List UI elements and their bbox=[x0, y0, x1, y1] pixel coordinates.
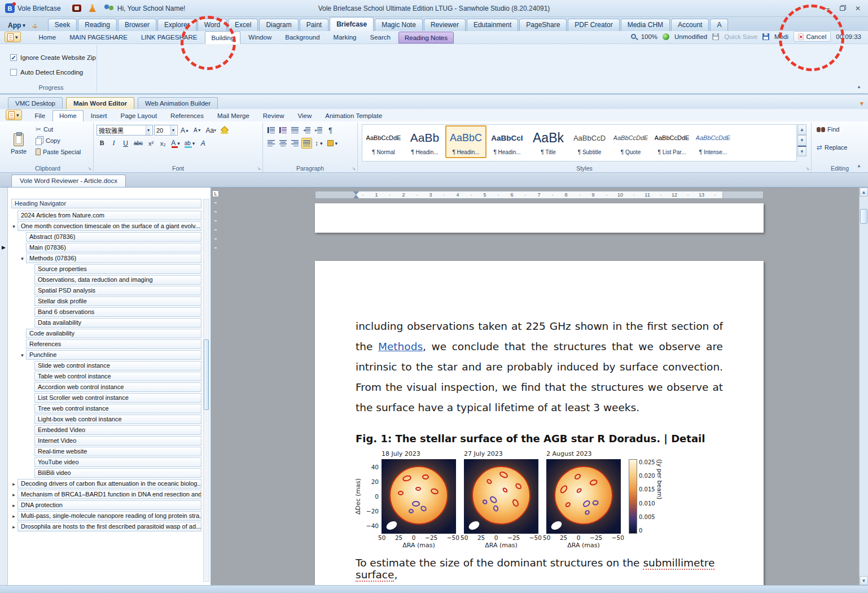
style-card-listpar[interactable]: AaBbCcDdE¶ List Par... bbox=[651, 125, 692, 158]
text-effects-button[interactable]: A bbox=[198, 138, 208, 149]
tree-item-label[interactable]: Spatial PSD analysis bbox=[34, 286, 201, 295]
gallery-down-arrow[interactable]: ▼ bbox=[797, 135, 806, 146]
change-case-button[interactable]: Aa▾ bbox=[204, 125, 218, 136]
flask-icon[interactable] bbox=[89, 5, 96, 12]
subscript-button[interactable]: x₂ bbox=[157, 138, 168, 149]
word-ribbon-tab-home[interactable]: Home bbox=[52, 110, 84, 122]
word-ribbon-tab-file[interactable]: File bbox=[29, 111, 52, 121]
tree-item-label[interactable]: Internet Video bbox=[34, 436, 201, 446]
briefcase-tab-marking[interactable]: Marking bbox=[328, 32, 362, 43]
tree-collapse-arrow[interactable]: ▾ bbox=[19, 352, 26, 358]
app-tab-reading[interactable]: Reading bbox=[78, 19, 117, 31]
app-tab-account[interactable]: Account bbox=[671, 19, 709, 31]
tree-item-label[interactable]: DNA protection bbox=[17, 500, 201, 510]
scroll-down-button[interactable]: ▼ bbox=[860, 576, 868, 585]
dialog-launcher-icon[interactable]: ↘ bbox=[805, 166, 809, 171]
tree-expand-arrow[interactable]: ▸ bbox=[10, 524, 17, 530]
tree-expand-arrow[interactable]: ▸ bbox=[10, 492, 17, 498]
document-page[interactable]: including observations taken at 225 GHz … bbox=[315, 261, 764, 585]
app-tab-media-chm[interactable]: Media CHM bbox=[621, 19, 670, 31]
tree-item-label[interactable]: One month convection timescale on the su… bbox=[17, 221, 201, 231]
cancel-button[interactable]: ×Cancel bbox=[794, 31, 831, 42]
tree-item-label[interactable]: Abstract (07836) bbox=[26, 232, 201, 242]
increase-indent-button[interactable]: ▸ bbox=[313, 125, 324, 136]
scrollbar-thumb[interactable] bbox=[204, 339, 209, 410]
auto-detect-encoding-checkbox[interactable]: Auto Detect Encoding bbox=[10, 69, 97, 76]
gallery-more-button[interactable]: ▼ bbox=[797, 146, 806, 156]
find-button[interactable]: Find bbox=[814, 124, 865, 135]
navigator-scrollbar[interactable] bbox=[203, 199, 209, 582]
bold-button[interactable]: B bbox=[97, 138, 107, 149]
scroll-up-button[interactable]: ▲ bbox=[860, 188, 868, 197]
tree-item-label[interactable]: References bbox=[26, 339, 201, 349]
align-center-button[interactable] bbox=[278, 138, 288, 149]
dialog-launcher-icon[interactable]: ↘ bbox=[257, 166, 261, 171]
word-ribbon-tab-insert[interactable]: Insert bbox=[85, 111, 113, 121]
strikethrough-button[interactable]: abc bbox=[132, 138, 144, 149]
italic-button[interactable]: I bbox=[108, 138, 119, 149]
bullet-list-button[interactable] bbox=[266, 125, 277, 136]
editor-tab-main-word-editor[interactable]: Main Word Editor bbox=[66, 97, 134, 109]
modified-save-button[interactable]: Modi bbox=[774, 33, 788, 40]
app-menu-button[interactable]: App▾ bbox=[8, 21, 25, 29]
gallery-up-arrow[interactable]: ▲ bbox=[797, 124, 806, 135]
style-card-intense[interactable]: AaBbCcDdE¶ Intense... bbox=[692, 125, 734, 158]
horizontal-ruler[interactable]: ·1·2·3·4·5·6·7·8·9·10·11·12·13·14· bbox=[315, 191, 764, 199]
tree-item-label[interactable]: Code availability bbox=[26, 329, 201, 338]
vertical-scrollbar[interactable]: ▲ ▼ bbox=[859, 188, 868, 585]
app-tab-paint[interactable]: Paint bbox=[300, 19, 328, 31]
editor-tabs-dropdown[interactable]: ▼ bbox=[859, 101, 865, 107]
tree-item-label[interactable]: Observations, data reduction and imaging bbox=[34, 275, 201, 285]
tree-item-label[interactable]: Methods (07836) bbox=[26, 254, 201, 263]
tab-stop-selector[interactable]: L bbox=[212, 190, 219, 197]
app-tab-pdf-creator[interactable]: PDF Creator bbox=[568, 19, 619, 31]
briefcase-tab-building[interactable]: Building bbox=[205, 31, 240, 44]
ignore-create-website-zip-checkbox[interactable]: ✓ Ignore Create Website Zip bbox=[10, 54, 97, 61]
style-card-normal[interactable]: AaBbCcDdE¶ Normal bbox=[363, 125, 404, 158]
tree-expand-arrow[interactable]: ▸ bbox=[10, 503, 17, 508]
app-tab-word[interactable]: Word bbox=[198, 19, 227, 31]
superscript-button[interactable]: x² bbox=[146, 138, 156, 149]
briefcase-tab-search[interactable]: Search bbox=[365, 32, 396, 43]
numbered-list-button[interactable] bbox=[278, 125, 288, 136]
briefcase-tab-background[interactable]: Background bbox=[279, 32, 325, 43]
tree-item-label[interactable]: Decoding drivers of carbon flux attenuat… bbox=[17, 479, 201, 489]
style-card-h2[interactable]: AaBbC¶ Headin... bbox=[445, 125, 486, 158]
style-card-subtitle[interactable]: AaBbCcD¶ Subtitle bbox=[569, 125, 610, 158]
app-tab-explorer[interactable]: Explorer bbox=[157, 19, 196, 31]
tv-icon[interactable] bbox=[72, 5, 81, 12]
tree-item-label[interactable]: List Scroller web control instance bbox=[34, 393, 201, 403]
tree-item-label[interactable]: Real-time website bbox=[34, 447, 201, 456]
font-family-combo[interactable]: 微软雅黑▾ bbox=[97, 125, 153, 136]
copy-button[interactable]: Copy bbox=[33, 135, 83, 146]
grow-font-button[interactable]: A▲ bbox=[179, 125, 191, 136]
tree-item-label[interactable]: Source properties bbox=[34, 264, 201, 274]
app-tab-browser[interactable]: Browser bbox=[118, 19, 156, 31]
app-tab-reviewer[interactable]: Reviewer bbox=[424, 19, 466, 31]
briefcase-tab-home[interactable]: Home bbox=[33, 32, 62, 43]
style-card-title[interactable]: AaBk¶ Title bbox=[528, 125, 569, 158]
navigator-splitter[interactable]: ▶ bbox=[0, 188, 8, 585]
font-size-combo[interactable]: 20▾ bbox=[154, 125, 178, 136]
app-tab-excel[interactable]: Excel bbox=[228, 19, 258, 31]
editor-tab-web-animation-builder[interactable]: Web Animation Builder bbox=[138, 97, 218, 109]
app-tab-diagram[interactable]: Diagram bbox=[259, 19, 298, 31]
editor-tab-vmc-desktop[interactable]: VMC Desktop bbox=[8, 97, 63, 109]
word-ribbon-tab-view[interactable]: View bbox=[292, 111, 318, 121]
tree-item-label[interactable]: Drosophila are hosts to the first descri… bbox=[17, 522, 201, 531]
app-tab-briefcase[interactable]: Briefcase bbox=[330, 17, 374, 31]
restore-button[interactable] bbox=[834, 3, 850, 14]
tree-expand-arrow[interactable]: ▸ bbox=[10, 481, 17, 487]
word-ribbon-tab-mail-merge[interactable]: Mail Merge bbox=[211, 111, 256, 121]
scrollbar-thumb[interactable] bbox=[860, 209, 867, 224]
quick-save-button[interactable]: Quick Save bbox=[724, 33, 757, 40]
word-file-menu-button[interactable]: ▾ bbox=[6, 110, 22, 120]
tree-item-label[interactable]: Accordion web control instance bbox=[34, 382, 201, 392]
methods-link[interactable]: Methods bbox=[378, 341, 423, 352]
style-card-h3[interactable]: AaBbCcI¶ Headin... bbox=[486, 125, 528, 158]
tree-item-label[interactable]: Multi-pass, single-molecule nanopore rea… bbox=[17, 511, 201, 521]
multilevel-list-button[interactable] bbox=[290, 125, 300, 136]
app-tab-a[interactable]: A bbox=[710, 19, 728, 31]
dialog-launcher-icon[interactable]: ↘ bbox=[87, 166, 91, 171]
document-tab[interactable]: Vole Word Reviewer - Article.docx bbox=[11, 175, 126, 187]
